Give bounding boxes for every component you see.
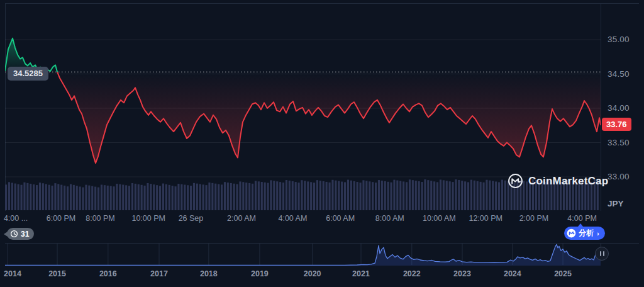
year-tick-label: 2017 bbox=[150, 269, 168, 278]
time-tick-label: 26 Sep bbox=[179, 214, 204, 223]
year-tick-label: 2022 bbox=[403, 269, 421, 278]
annotations-count: 31 bbox=[21, 230, 29, 239]
year-tick-label: 2025 bbox=[554, 269, 572, 278]
coinmarketcap-logo-icon bbox=[508, 173, 523, 189]
watermark: CoinMarketCap bbox=[508, 173, 608, 189]
year-tick-label: 2019 bbox=[251, 269, 269, 278]
price-tick-label: 33.00 bbox=[608, 172, 630, 182]
chart-canvas[interactable] bbox=[0, 0, 644, 287]
time-tick-label: 4:00 ... bbox=[4, 214, 28, 223]
time-tick-label: 4:00 PM bbox=[567, 214, 597, 223]
analyze-label: 分析 bbox=[579, 228, 594, 239]
time-tick-label: 8:00 AM bbox=[375, 214, 404, 223]
time-tick-label: 2:00 PM bbox=[519, 214, 549, 223]
time-tick-label: 12:00 PM bbox=[469, 214, 502, 223]
coinmarketcap-badge-icon bbox=[567, 228, 576, 238]
year-tick-label: 2016 bbox=[99, 269, 117, 278]
time-tick-label: 8:00 PM bbox=[86, 214, 115, 223]
watermark-text: CoinMarketCap bbox=[528, 175, 608, 188]
price-tick-label: 35.00 bbox=[608, 35, 630, 45]
price-tick-label: 34.00 bbox=[608, 103, 630, 113]
navigator-area[interactable] bbox=[5, 244, 601, 266]
analyze-button[interactable]: 分析 › bbox=[564, 227, 605, 240]
chevron-right-icon: › bbox=[597, 230, 599, 237]
annotations-count-badge[interactable]: 31 bbox=[7, 228, 34, 240]
open-price-label: 34.5285 bbox=[8, 67, 48, 81]
time-tick-label: 6:00 AM bbox=[326, 214, 355, 223]
price-tick-label: 34.50 bbox=[608, 69, 630, 79]
year-tick-label: 2024 bbox=[504, 269, 521, 278]
year-tick-label: 2020 bbox=[304, 269, 321, 278]
time-tick-label: 10:00 PM bbox=[131, 214, 165, 223]
time-tick-label: 2:00 AM bbox=[227, 214, 256, 223]
time-tick-label: 4:00 AM bbox=[278, 214, 307, 223]
price-tick-label: 33.50 bbox=[608, 138, 630, 148]
last-price-badge: 33.76 bbox=[602, 118, 631, 131]
year-tick-label: 2021 bbox=[352, 269, 370, 278]
year-tick-label: 2018 bbox=[200, 269, 218, 278]
year-tick-label: 2023 bbox=[453, 269, 471, 278]
year-tick-label: 2015 bbox=[48, 269, 66, 278]
price-chart-widget: 34.5285 33.76 35.0034.5034.0033.5033.00 … bbox=[0, 0, 644, 287]
currency-label: JPY bbox=[608, 199, 624, 208]
year-tick-label: 2014 bbox=[4, 269, 21, 278]
navigator-handle[interactable] bbox=[595, 247, 609, 261]
time-tick-label: 6:00 PM bbox=[47, 214, 76, 223]
history-clock-icon bbox=[10, 230, 18, 238]
time-tick-label: 10:00 AM bbox=[423, 214, 456, 223]
